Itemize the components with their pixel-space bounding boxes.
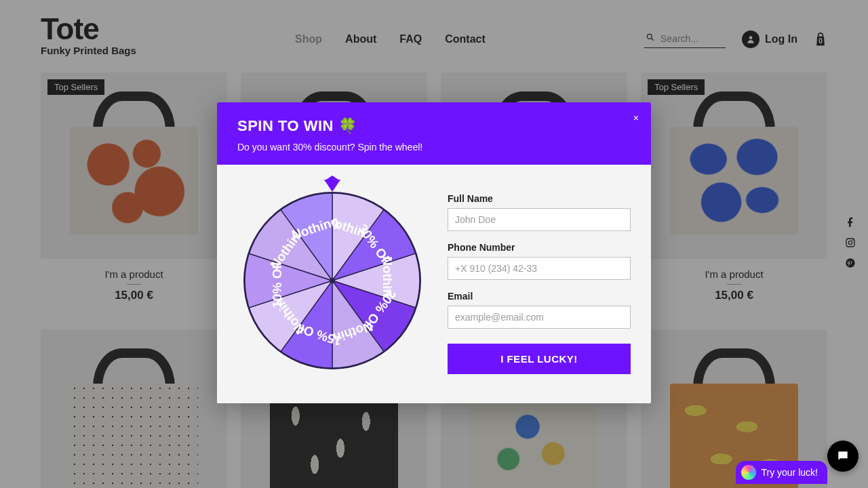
fullname-label: Full Name: [448, 193, 631, 204]
luck-wheel-icon: [741, 465, 756, 480]
modal-subtitle: Do you want 30% discount? Spin the wheel…: [237, 142, 631, 152]
phone-input[interactable]: [448, 257, 631, 280]
svg-point-18: [330, 278, 335, 283]
modal-header: SPIN TO WIN 🍀 Do you want 30% discount? …: [217, 102, 651, 165]
phone-label: Phone Number: [448, 242, 631, 253]
email-label: Email: [448, 291, 631, 302]
spin-modal: SPIN TO WIN 🍀 Do you want 30% discount? …: [217, 102, 651, 403]
fullname-input[interactable]: [448, 208, 631, 231]
modal-title: SPIN TO WIN 🍀: [237, 117, 631, 135]
close-icon[interactable]: ×: [633, 113, 639, 123]
chat-icon: [836, 449, 850, 463]
chat-fab[interactable]: [827, 441, 859, 472]
try-luck-tab[interactable]: Try your luck!: [736, 461, 828, 484]
email-input[interactable]: [448, 306, 631, 329]
wheel-pointer-icon: [324, 180, 340, 192]
spin-form: Full Name Phone Number Email I FEEL LUCK…: [448, 189, 631, 374]
spin-button[interactable]: I FEEL LUCKY!: [448, 344, 631, 374]
spin-wheel[interactable]: Nothing30% OFFNothing20% OFFNothing15% O…: [237, 180, 427, 383]
try-luck-label: Try your luck!: [762, 467, 818, 478]
